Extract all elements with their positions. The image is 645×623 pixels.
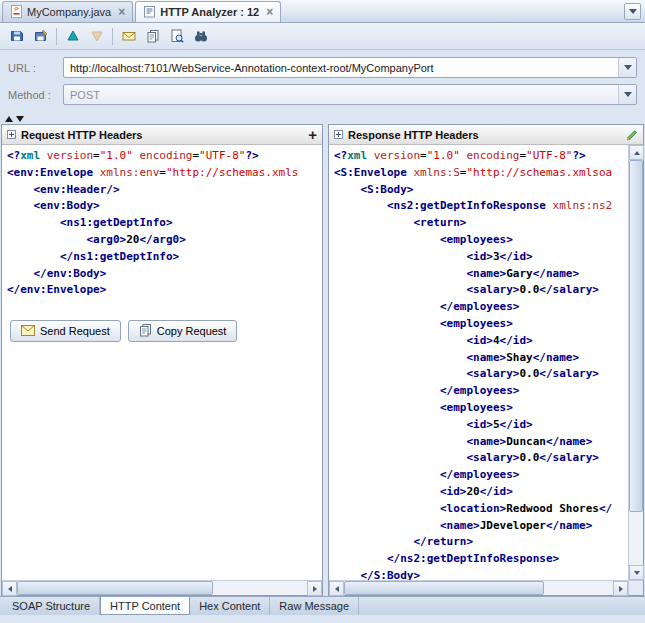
binoculars-icon[interactable] (189, 25, 212, 47)
collapse-up-icon[interactable] (5, 116, 13, 122)
code-line: </env:Envelope> (7, 282, 322, 299)
code-token: </employees> (440, 384, 519, 397)
scroll-right-icon[interactable] (613, 581, 628, 596)
code-token: </name> (546, 435, 592, 448)
request-xml[interactable]: <?xml version="1.0" encoding="UTF-8"?><e… (2, 145, 322, 299)
scroll-left-icon[interactable] (329, 581, 344, 596)
content-view-tabbar: SOAP Structure HTTP Content Hex Content … (0, 596, 645, 615)
request-panel-title: Request HTTP Headers (21, 129, 142, 141)
code-token: </id> (500, 418, 533, 431)
code-token: <env:Header/> (34, 183, 120, 196)
send-request-button[interactable]: Send Request (10, 320, 121, 342)
method-dropdown-icon[interactable] (618, 85, 636, 104)
response-vertical-scrollbar[interactable] (628, 145, 643, 580)
code-token (334, 519, 440, 532)
collapse-down-icon[interactable] (16, 116, 24, 122)
tab-label: MyCompany.java (27, 6, 111, 18)
send-mail-icon[interactable] (117, 25, 140, 47)
scroll-right-icon[interactable] (307, 581, 322, 596)
send-request-label: Send Request (40, 325, 110, 337)
code-token (334, 183, 361, 196)
tab-list-dropdown[interactable] (624, 3, 641, 20)
copy-request-button[interactable]: Copy Request (128, 320, 238, 342)
response-xml[interactable]: <?xml version="1.0" encoding="UTF-8"?><S… (329, 145, 628, 580)
code-line: <location>Redwood Shores</ (334, 501, 628, 518)
method-row: Method : POST (8, 84, 637, 105)
tab-hex-content[interactable]: Hex Content (190, 597, 270, 615)
code-token (7, 199, 34, 212)
code-line: <name>Gary</name> (334, 266, 628, 283)
scrollbar-thumb[interactable] (344, 581, 544, 595)
scroll-up-icon[interactable] (629, 145, 644, 160)
code-token: xmlns:ns2 (553, 199, 613, 212)
code-token: </S:Body> (361, 569, 421, 580)
scroll-down-icon[interactable] (629, 565, 644, 580)
resend-up-icon[interactable] (61, 25, 84, 47)
code-token: <employees> (440, 233, 513, 246)
code-token: "UTF-8" (199, 149, 245, 162)
code-token: "1.0" (100, 149, 133, 162)
scroll-left-icon[interactable] (2, 581, 17, 596)
copy-icon[interactable] (141, 25, 164, 47)
url-dropdown-icon[interactable] (618, 58, 636, 77)
request-horizontal-scrollbar[interactable] (2, 580, 322, 595)
close-tab-icon[interactable]: × (266, 6, 273, 18)
code-token (40, 149, 47, 162)
code-line: <name>Shay</name> (334, 350, 628, 367)
method-select[interactable]: POST (63, 84, 637, 105)
method-value: POST (64, 89, 618, 101)
response-headers-bar: Response HTTP Headers (329, 125, 643, 145)
code-line: </employees> (334, 467, 628, 484)
code-line: <id>4</id> (334, 333, 628, 350)
code-token: <env:Body> (34, 199, 100, 212)
tab-mycompany-java[interactable]: MyCompany.java × (2, 1, 133, 22)
code-token (334, 283, 466, 296)
code-token: <arg0> (86, 233, 126, 246)
response-horizontal-scrollbar[interactable] (329, 580, 628, 595)
code-line: <?xml version="1.0" encoding="UTF-8"?> (7, 148, 322, 165)
scrollbar-thumb[interactable] (629, 160, 643, 512)
download-down-icon[interactable] (85, 25, 108, 47)
code-token: <env:Envelope (7, 166, 93, 179)
code-token (7, 183, 34, 196)
close-tab-icon[interactable]: × (118, 6, 125, 18)
code-line: <arg0>20</arg0> (7, 232, 322, 249)
url-value: http://localhost:7101/WebService-Annotat… (64, 62, 618, 74)
code-token: encoding (139, 149, 192, 162)
tab-http-content[interactable]: HTTP Content (100, 597, 190, 615)
code-token: </ (599, 502, 612, 515)
splitter-collapse-strip (0, 113, 645, 124)
page-find-icon[interactable] (165, 25, 188, 47)
code-line: <id>5</id> (334, 417, 628, 434)
add-request-header-icon[interactable] (308, 129, 317, 141)
code-token: </ns2:getDeptInfoResponse> (387, 552, 559, 565)
edit-pencil-icon[interactable] (624, 127, 638, 143)
tab-raw-message[interactable]: Raw Message (270, 597, 359, 615)
tab-soap-structure[interactable]: SOAP Structure (3, 597, 100, 615)
code-line: <?xml version="1.0" encoding="UTF-8"?> (334, 148, 628, 165)
scrollbar-thumb[interactable] (17, 581, 213, 595)
code-token: <id> (440, 485, 467, 498)
response-panel: Response HTTP Headers <?xml version="1.0… (328, 124, 644, 596)
code-token: <salary> (466, 283, 519, 296)
code-token: <name> (466, 267, 506, 280)
url-input[interactable]: http://localhost:7101/WebService-Annotat… (63, 57, 637, 78)
save-as-icon[interactable] (29, 25, 52, 47)
code-token: <ns2:getDeptInfoResponse (387, 199, 546, 212)
code-token: version (374, 149, 420, 162)
chevron-down-icon (629, 9, 637, 14)
tab-http-analyzer[interactable]: HTTP Analyzer : 12 × (135, 1, 281, 22)
copy-pages-icon (139, 324, 152, 339)
code-token: 0.0 (519, 451, 539, 464)
save-icon[interactable] (5, 25, 28, 47)
expand-response-headers-toggle[interactable] (334, 130, 343, 139)
status-filler (0, 615, 645, 623)
code-token (334, 199, 387, 212)
code-line: <employees> (334, 400, 628, 417)
code-token: </employees> (440, 468, 519, 481)
code-token (334, 451, 466, 464)
code-token: xml (347, 149, 367, 162)
expand-request-headers-toggle[interactable] (7, 130, 16, 139)
code-token: <name> (466, 351, 506, 364)
code-token: </name> (546, 519, 592, 532)
